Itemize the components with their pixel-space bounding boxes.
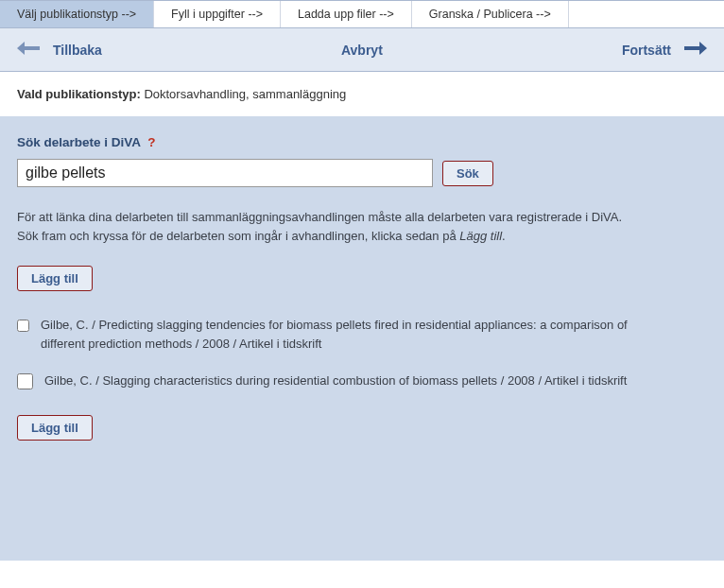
- nav-continue-label: Fortsätt: [622, 43, 671, 58]
- pubtype-label: Vald publikationstyp:: [17, 87, 141, 101]
- instructions: För att länka dina delarbeten till samma…: [17, 208, 660, 245]
- result-item: Gilbe, C. / Slagging characteristics dur…: [17, 372, 660, 390]
- search-button[interactable]: Sök: [442, 161, 493, 186]
- main-panel: Sök delarbete i DiVA ? Sök För att länka…: [0, 116, 724, 561]
- arrow-right-icon: [684, 42, 707, 58]
- search-input[interactable]: [17, 159, 433, 187]
- search-label-text: Sök delarbete i DiVA: [17, 135, 141, 149]
- add-button-top-row: Lägg till: [17, 266, 707, 291]
- add-button-bottom-row: Lägg till: [17, 415, 707, 441]
- result-item: Gilbe, C. / Predicting slagging tendenci…: [17, 316, 660, 353]
- nav-bar: Tillbaka Avbryt Fortsätt: [0, 28, 724, 72]
- selected-pubtype-bar: Vald publikationstyp: Doktorsavhandling,…: [0, 72, 724, 116]
- result-text: Gilbe, C. / Predicting slagging tendenci…: [41, 316, 660, 353]
- nav-cancel[interactable]: Avbryt: [341, 43, 383, 58]
- result-checkbox[interactable]: [17, 318, 29, 334]
- add-button-bottom[interactable]: Lägg till: [17, 415, 93, 441]
- instructions-line2a: Sök fram och kryssa för de delarbeten so…: [17, 229, 459, 243]
- result-checkbox[interactable]: [17, 373, 33, 389]
- nav-continue[interactable]: Fortsätt: [622, 42, 707, 58]
- nav-back-label: Tillbaka: [53, 43, 102, 58]
- tab-fill-details[interactable]: Fyll i uppgifter -->: [154, 1, 281, 27]
- search-section-label: Sök delarbete i DiVA ?: [17, 135, 707, 149]
- add-button-top[interactable]: Lägg till: [17, 266, 93, 291]
- tab-select-pubtype[interactable]: Välj publikationstyp -->: [0, 1, 154, 27]
- wizard-tabs: Välj publikationstyp --> Fyll i uppgifte…: [0, 0, 724, 28]
- result-text: Gilbe, C. / Slagging characteristics dur…: [44, 372, 627, 390]
- arrow-left-icon: [17, 42, 40, 58]
- instructions-emph: Lägg till: [459, 229, 502, 243]
- search-results: Gilbe, C. / Predicting slagging tendenci…: [17, 316, 660, 390]
- tab-upload-files[interactable]: Ladda upp filer -->: [281, 1, 412, 27]
- tab-review-publish[interactable]: Granska / Publicera -->: [412, 1, 569, 27]
- nav-back[interactable]: Tillbaka: [17, 42, 102, 58]
- instructions-line2c: .: [502, 229, 506, 243]
- help-icon[interactable]: ?: [147, 135, 155, 149]
- search-row: Sök: [17, 159, 707, 187]
- pubtype-value: Doktorsavhandling, sammanläggning: [144, 87, 346, 101]
- instructions-line1: För att länka dina delarbeten till samma…: [17, 210, 622, 224]
